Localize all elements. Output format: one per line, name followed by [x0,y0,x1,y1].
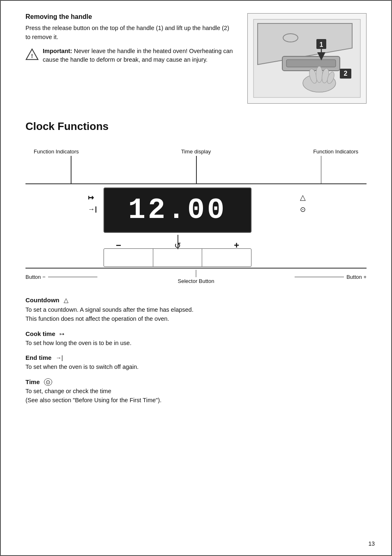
time-text: To set, change or check the time(See als… [25,387,367,405]
time-title: Time ⊙ [25,378,367,385]
button-minus-label: Button − [25,274,46,280]
countdown-symbol: △ [64,297,69,303]
time-symbol-right: ⊙ [300,205,306,214]
diagram: Function Indicators Time display Functio… [25,144,367,284]
button-plus-label: Button + [346,274,367,280]
descriptions-section: Countdown △ To set a countdown. A signal… [25,297,367,405]
svg-text:1: 1 [320,41,323,48]
warning-box: ! Important: Never leave the handle in t… [25,47,235,70]
end-time-text: To set when the oven is to switch off ag… [25,363,367,372]
warning-text: Important: Never leave the handle in the… [43,47,235,65]
countdown-desc: Countdown △ To set a countdown. A signal… [25,297,367,324]
svg-text:2: 2 [344,70,348,77]
cook-time-text: To set how long the oven is to be in use… [25,339,367,348]
selector-button-label: Selector Button [178,278,214,284]
page-number: 13 [368,540,375,547]
svg-text:!: ! [31,52,33,59]
label-time-display: Time display [181,148,211,155]
selector-button-area[interactable] [153,249,203,266]
clock-section: Clock Functions Function Indicators Time… [25,120,367,405]
handle-description: Press the release button on the top of t… [25,24,235,42]
handle-illustration: 1 1 2 [249,15,364,102]
svg-rect-5 [286,60,336,67]
label-function-left: Function Indicators [34,148,79,155]
countdown-symbol-right: △ [300,193,306,202]
warning-label: Important: [43,48,72,54]
countdown-title: Countdown △ [25,297,367,304]
end-time-desc: End time →| To set when the oven is to s… [25,354,367,372]
top-text: Removing the handle Press the release bu… [25,13,235,104]
plus-button[interactable] [202,249,251,266]
time-sym: ⊙ [44,378,52,386]
clock-title: Clock Functions [25,120,367,133]
end-time-title: End time →| [25,354,367,361]
handle-image: 1 1 2 [247,13,367,104]
cook-time-title: Cook time ↦ [25,330,367,337]
cook-time-desc: Cook time ↦ To set how long the oven is … [25,330,367,348]
top-section: Removing the handle Press the release bu… [25,13,367,104]
time-display-value: 12.00 [128,194,227,227]
end-time-sym: →| [56,354,63,361]
cook-time-symbol: ↦ [88,194,94,202]
time-desc: Time ⊙ To set, change or check the time(… [25,378,367,405]
label-function-right: Function Indicators [313,148,358,155]
svg-point-15 [316,66,323,83]
countdown-text: To set a countdown. A signal sounds afte… [25,306,367,324]
handle-title: Removing the handle [25,13,235,21]
minus-button[interactable] [104,249,153,266]
buttons-panel [104,248,251,267]
time-display-panel: 12.00 [104,188,251,233]
cook-time-sym: ↦ [60,331,65,337]
end-time-symbol: →| [88,205,97,213]
warning-icon: ! [25,48,39,61]
